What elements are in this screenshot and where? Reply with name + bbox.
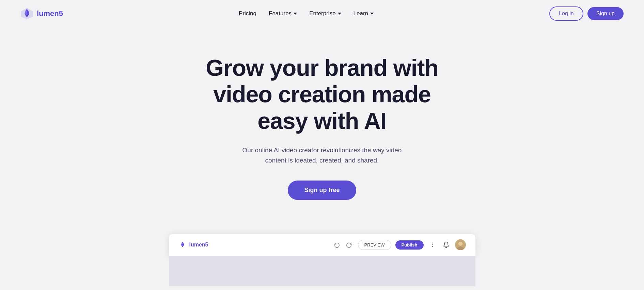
publish-button[interactable]: Publish [395,240,424,250]
signup-free-button[interactable]: Sign up free [288,181,356,200]
user-avatar[interactable] [455,239,466,250]
lumen5-logo-icon [20,7,33,20]
navbar: lumen5 Pricing Features Enterprise Learn… [0,0,644,27]
login-button[interactable]: Log in [549,6,583,21]
signup-button[interactable]: Sign up [587,7,624,20]
logo-link[interactable]: lumen5 [20,7,63,20]
app-lumen5-logo-icon [178,241,187,249]
svg-point-5 [458,242,462,246]
undo-redo-group [332,240,354,250]
app-preview-bar: lumen5 PREVIEW Publish [169,234,475,256]
nav-link-enterprise[interactable]: Enterprise [309,10,341,17]
nav-links: Pricing Features Enterprise Learn [239,10,374,17]
avatar-image [455,239,466,250]
svg-point-2 [432,244,433,245]
undo-button[interactable] [332,240,342,250]
svg-point-1 [432,243,433,243]
nav-link-pricing[interactable]: Pricing [239,10,256,17]
app-bar-right: PREVIEW Publish [332,239,466,250]
app-logo-area: lumen5 [178,241,208,249]
learn-chevron-icon [370,13,374,15]
preview-button[interactable]: PREVIEW [358,240,391,250]
kebab-icon [429,242,436,248]
kebab-menu-button[interactable] [428,240,437,250]
enterprise-chevron-icon [338,13,341,15]
hero-subtitle: Our online AI video creator revolutioniz… [234,145,411,166]
nav-link-features[interactable]: Features [269,10,297,17]
app-logo-text: lumen5 [189,242,208,248]
nav-buttons: Log in Sign up [549,6,624,21]
logo-text: lumen5 [37,9,63,18]
nav-link-learn[interactable]: Learn [354,10,374,17]
hero-title: Grow your brand with video creation made… [186,54,458,134]
svg-point-3 [432,246,433,247]
undo-icon [334,242,340,248]
app-preview: lumen5 PREVIEW Publish [169,234,475,286]
app-preview-content [169,256,475,286]
redo-icon [346,242,352,248]
features-chevron-icon [294,13,297,15]
notifications-button[interactable] [441,240,451,250]
hero-section: Grow your brand with video creation made… [0,27,644,220]
redo-button[interactable] [344,240,354,250]
bell-icon [443,241,450,248]
